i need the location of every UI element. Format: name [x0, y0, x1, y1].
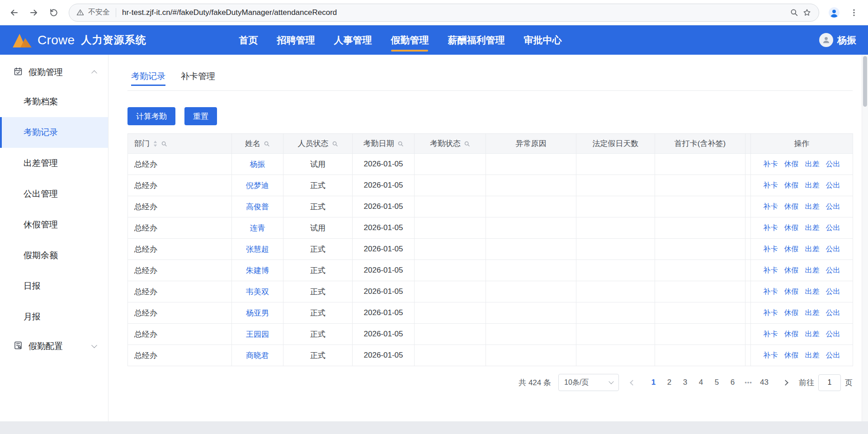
- sidebar-group-leave-attendance[interactable]: 假勤管理: [0, 58, 108, 86]
- header-user[interactable]: 杨振: [819, 33, 856, 47]
- pagination-page-2[interactable]: 2: [662, 376, 677, 389]
- action-business-trip[interactable]: 出差: [805, 308, 820, 318]
- column-search-icon[interactable]: [161, 141, 167, 147]
- action-official-out[interactable]: 公出: [826, 330, 840, 339]
- action-business-trip[interactable]: 出差: [805, 330, 820, 339]
- bookmark-star-icon[interactable]: [802, 8, 811, 17]
- action-leave[interactable]: 休假: [784, 245, 799, 254]
- sidebar-item-leave-balance[interactable]: 假期余额: [0, 240, 108, 271]
- action-leave[interactable]: 休假: [784, 223, 799, 233]
- action-business-trip[interactable]: 出差: [805, 202, 820, 212]
- action-makeup-card[interactable]: 补卡: [764, 245, 778, 254]
- action-makeup-card[interactable]: 补卡: [764, 287, 778, 297]
- action-leave[interactable]: 休假: [784, 308, 799, 318]
- nav-item-compensation[interactable]: 薪酬福利管理: [448, 25, 505, 55]
- nav-item-personnel[interactable]: 人事管理: [334, 25, 372, 55]
- browser-forward-icon[interactable]: [24, 3, 43, 22]
- action-leave[interactable]: 休假: [784, 351, 799, 360]
- employee-name-link[interactable]: 连青: [250, 224, 265, 232]
- employee-name-link[interactable]: 倪梦迪: [246, 181, 269, 190]
- action-makeup-card[interactable]: 补卡: [764, 181, 778, 190]
- pagination-more[interactable]: •••: [741, 376, 756, 389]
- action-business-trip[interactable]: 出差: [805, 181, 820, 190]
- action-makeup-card[interactable]: 补卡: [764, 202, 778, 212]
- nav-item-leave-attendance[interactable]: 假勤管理: [391, 25, 429, 55]
- pagination-page-43[interactable]: 43: [757, 376, 772, 389]
- sidebar-item-attendance-record[interactable]: 考勤记录: [0, 117, 108, 148]
- action-leave[interactable]: 休假: [784, 287, 799, 297]
- action-official-out[interactable]: 公出: [826, 160, 840, 169]
- page-size-select[interactable]: 10条/页: [558, 374, 619, 391]
- sidebar-group-leave-config[interactable]: 假勤配置: [0, 332, 108, 360]
- sidebar-item-daily-report[interactable]: 日报: [0, 271, 108, 302]
- action-leave[interactable]: 休假: [784, 160, 799, 169]
- action-business-trip[interactable]: 出差: [805, 351, 820, 360]
- browser-menu-icon[interactable]: [844, 3, 863, 22]
- column-search-icon[interactable]: [464, 141, 470, 147]
- action-official-out[interactable]: 公出: [826, 308, 840, 318]
- pagination-prev-button[interactable]: [626, 376, 639, 389]
- browser-back-icon[interactable]: [5, 3, 24, 22]
- action-business-trip[interactable]: 出差: [805, 223, 820, 233]
- employee-name-link[interactable]: 张慧超: [246, 245, 269, 254]
- nav-item-home[interactable]: 首页: [239, 25, 258, 55]
- action-business-trip[interactable]: 出差: [805, 287, 820, 297]
- action-official-out[interactable]: 公出: [826, 223, 840, 233]
- column-search-icon[interactable]: [264, 141, 270, 147]
- action-leave[interactable]: 休假: [784, 266, 799, 275]
- action-official-out[interactable]: 公出: [826, 245, 840, 254]
- column-search-icon[interactable]: [397, 141, 404, 147]
- action-leave[interactable]: 休假: [784, 330, 799, 339]
- employee-name-link[interactable]: 朱建博: [246, 266, 269, 275]
- reset-button[interactable]: 重置: [184, 107, 217, 125]
- action-makeup-card[interactable]: 补卡: [764, 160, 778, 169]
- sort-icon[interactable]: [153, 140, 158, 148]
- action-makeup-card[interactable]: 补卡: [764, 266, 778, 275]
- zoom-icon[interactable]: [790, 8, 798, 17]
- browser-refresh-icon[interactable]: [44, 3, 63, 22]
- column-header-0: 部门: [128, 134, 232, 154]
- action-official-out[interactable]: 公出: [826, 266, 840, 275]
- action-business-trip[interactable]: 出差: [805, 160, 820, 169]
- column-search-icon[interactable]: [332, 141, 338, 147]
- pagination-page-6[interactable]: 6: [725, 376, 740, 389]
- pagination-next-button[interactable]: [779, 376, 792, 389]
- employee-name-link[interactable]: 王园园: [246, 330, 269, 339]
- sidebar-item-leave[interactable]: 休假管理: [0, 209, 108, 240]
- page-scrollbar[interactable]: [862, 55, 868, 421]
- goto-page-input[interactable]: [818, 374, 841, 391]
- tab-makeup-card-management[interactable]: 补卡管理: [181, 71, 215, 90]
- action-makeup-card[interactable]: 补卡: [764, 351, 778, 360]
- sidebar-item-attendance-archive[interactable]: 考勤档案: [0, 86, 108, 117]
- sidebar-item-business-trip[interactable]: 出差管理: [0, 148, 108, 179]
- pagination-page-1[interactable]: 1: [646, 376, 661, 389]
- action-business-trip[interactable]: 出差: [805, 266, 820, 275]
- action-leave[interactable]: 休假: [784, 202, 799, 212]
- employee-name-link[interactable]: 杨亚男: [246, 309, 269, 317]
- action-official-out[interactable]: 公出: [826, 351, 840, 360]
- sidebar-item-official-out[interactable]: 公出管理: [0, 179, 108, 209]
- browser-profile-icon[interactable]: [825, 3, 844, 22]
- nav-item-approval-center[interactable]: 审批中心: [524, 25, 561, 55]
- action-makeup-card[interactable]: 补卡: [764, 223, 778, 233]
- employee-name-link[interactable]: 商晓君: [246, 351, 269, 360]
- employee-name-link[interactable]: 高俊普: [246, 203, 269, 211]
- action-official-out[interactable]: 公出: [826, 181, 840, 190]
- action-makeup-card[interactable]: 补卡: [764, 308, 778, 318]
- action-business-trip[interactable]: 出差: [805, 245, 820, 254]
- action-leave[interactable]: 休假: [784, 181, 799, 190]
- address-bar[interactable]: 不安全 hr-test.zjf-it.cn/#/fakeDuty/fakeDut…: [69, 4, 819, 22]
- tab-attendance-record[interactable]: 考勤记录: [131, 71, 165, 90]
- action-official-out[interactable]: 公出: [826, 202, 840, 212]
- action-official-out[interactable]: 公出: [826, 287, 840, 297]
- pagination-page-3[interactable]: 3: [678, 376, 693, 389]
- pagination-page-4[interactable]: 4: [693, 376, 708, 389]
- employee-name-link[interactable]: 韦美双: [246, 288, 269, 296]
- pagination-page-5[interactable]: 5: [709, 376, 724, 389]
- nav-item-recruitment[interactable]: 招聘管理: [277, 25, 315, 55]
- employee-name-link[interactable]: 杨振: [250, 160, 265, 169]
- calculate-attendance-button[interactable]: 计算考勤: [127, 107, 175, 125]
- scrollbar-thumb[interactable]: [863, 56, 867, 107]
- action-makeup-card[interactable]: 补卡: [764, 330, 778, 339]
- sidebar-item-monthly-report[interactable]: 月报: [0, 302, 108, 332]
